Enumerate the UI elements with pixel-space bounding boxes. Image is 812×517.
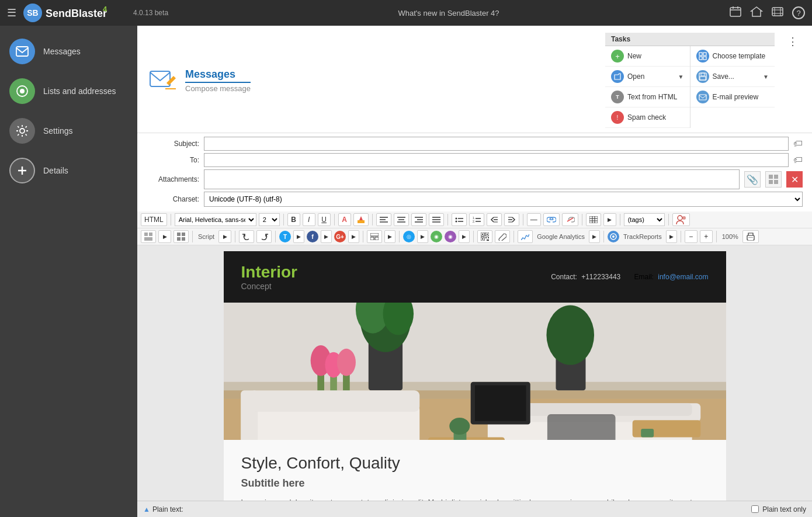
trackreports-icon[interactable] [608,231,619,242]
new-button[interactable]: + New [605,46,690,67]
three-dot-menu[interactable]: ⋮ [783,33,803,50]
font-color-button[interactable]: A [338,213,351,226]
highlight-button[interactable] [353,213,369,226]
hamburger-menu[interactable]: ☰ [7,6,16,19]
sep14 [399,231,400,242]
tasks-col-left: + New Open ▼ [605,46,690,128]
to-input[interactable] [204,153,789,167]
layout-button[interactable] [367,230,382,243]
choose-template-icon [696,50,709,63]
trackreports-arrow[interactable]: ▶ [666,230,677,243]
hr-button[interactable]: — [527,213,541,226]
text-from-html-button[interactable]: T Text from HTML [605,87,690,107]
attachments-input[interactable] [204,169,740,189]
plain-text-only-checkbox[interactable] [751,505,759,513]
whats-new-link[interactable]: What's new in SendBlaster 4? [168,9,729,18]
subject-input[interactable] [204,137,789,151]
social1-arrow[interactable]: ▶ [417,230,428,243]
twitter-arrow[interactable]: ▶ [293,230,304,243]
new-icon: + [611,50,624,63]
sidebar-item-lists[interactable]: Lists and addresses [0,71,137,111]
template-layout-button[interactable] [141,230,156,243]
template-arrow-button[interactable]: ▶ [158,230,171,243]
align-left-button[interactable] [376,213,391,226]
editor-canvas[interactable]: Interior Concept Contact: +112233443 Ema… [137,245,812,501]
print-button[interactable] [742,230,759,243]
undo-button[interactable] [239,230,254,243]
save-arrow-icon[interactable]: ▼ [763,74,769,80]
facebook-button[interactable]: f [307,231,318,242]
save-button[interactable]: Save... ▼ [690,67,775,87]
table-button[interactable] [586,213,601,226]
zoom-in-button[interactable]: + [700,230,713,243]
brand-area: Interior Concept [241,263,297,291]
tools-button[interactable] [495,230,510,243]
calendar-icon[interactable] [729,5,742,21]
zoom-out-button[interactable]: − [685,230,698,243]
bold-button[interactable]: B [287,213,300,226]
subject-tag-icon[interactable]: 🏷 [793,138,803,149]
social3-icon[interactable]: ◉ [445,231,456,242]
social3-arrow[interactable]: ▶ [459,230,470,243]
italic-button[interactable]: I [303,213,315,226]
text-html-icon: T [611,91,624,103]
email-subtitle: Subtitle here [241,477,709,490]
font-select[interactable]: Arial, Helvetica, sans-serif [175,213,256,226]
sep15 [473,231,474,242]
plain-text-triangle[interactable]: ▲ [143,505,150,513]
redo-button[interactable] [256,230,272,243]
qr-button[interactable] [477,230,492,243]
sidebar-item-settings[interactable]: Settings [0,111,137,151]
sep9 [668,214,669,225]
sep16 [513,231,514,242]
table-arrow-button[interactable]: ▶ [603,213,616,226]
ordered-list-button[interactable]: 1.2. [469,213,484,226]
tags-dropdown[interactable]: (tags) [624,213,665,226]
attach-manage-button[interactable] [765,171,782,188]
googleplus-button[interactable]: G+ [334,231,346,242]
personalize-button[interactable] [672,213,690,226]
attach-clear-button[interactable]: ✕ [786,171,803,188]
email-preview-button[interactable]: E-mail preview [690,87,775,107]
unordered-list-button[interactable] [452,213,467,226]
subject-row: Subject: 🏷 [147,137,803,151]
to-tag-icon[interactable]: 🏷 [793,155,803,165]
social2-icon[interactable]: ◉ [431,231,442,242]
twitter-button[interactable]: T [279,231,291,242]
chart-button[interactable] [518,230,533,243]
indent-out-button[interactable] [487,213,502,226]
attach-clip-button[interactable]: 📎 [744,171,761,188]
social1-icon[interactable]: ◎ [403,231,415,242]
app-logo: SB SendBlaster 4 [22,2,116,23]
sidebar-item-details[interactable]: Details [0,151,137,190]
open-arrow-icon[interactable]: ▼ [678,74,684,80]
subject-label: Subject: [147,140,199,148]
html-mode-button[interactable]: HTML [141,213,167,226]
layout-arrow[interactable]: ▶ [384,230,395,243]
svg-rect-81 [375,237,379,240]
indent-in-button[interactable] [504,213,519,226]
svg-rect-20 [150,71,170,86]
analytics-arrow[interactable]: ▶ [589,230,600,243]
choose-template-button[interactable]: Choose template [690,46,775,67]
spam-check-button[interactable]: ! Spam check [605,107,690,128]
svg-text:4: 4 [103,5,107,13]
blocks-button[interactable] [173,230,189,243]
charset-select[interactable]: Unicode (UTF-8) (utf-8) [204,192,803,207]
help-icon[interactable]: ? [792,6,805,19]
facebook-arrow[interactable]: ▶ [321,230,332,243]
sidebar-item-messages[interactable]: Messages [0,32,137,71]
underline-button[interactable]: U [318,213,331,226]
align-justify-button[interactable] [429,213,444,226]
align-center-button[interactable] [394,213,409,226]
film-icon[interactable] [771,5,784,21]
open-button[interactable]: Open ▼ [605,67,690,87]
link-button[interactable] [543,213,560,226]
googleplus-arrow[interactable]: ▶ [348,230,359,243]
svg-rect-88 [485,237,487,238]
home-icon[interactable] [750,5,763,21]
unlink-button[interactable] [562,213,578,226]
font-size-select[interactable]: 2 [259,213,280,226]
align-right-button[interactable] [411,213,426,226]
script-arrow-button[interactable]: ▶ [218,230,231,243]
